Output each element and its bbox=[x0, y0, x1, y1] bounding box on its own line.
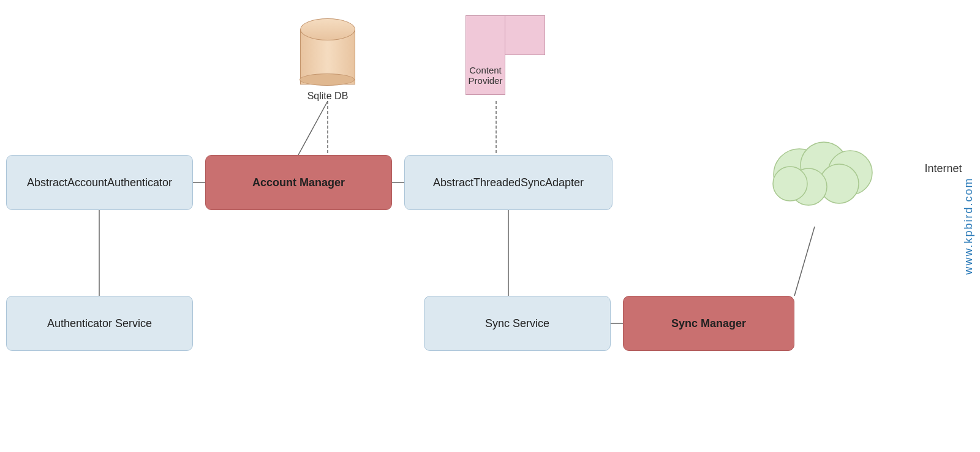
abstract-account-authenticator-label: AbstractAccountAuthenticator bbox=[27, 176, 172, 189]
sqlite-db-shape bbox=[300, 18, 355, 86]
account-manager-label: Account Manager bbox=[252, 176, 345, 189]
cloud-svg bbox=[760, 129, 882, 208]
watermark-text: www.kpbird.com bbox=[962, 177, 974, 274]
sqlite-db: Sqlite DB bbox=[300, 18, 355, 102]
abstract-account-authenticator-box: AbstractAccountAuthenticator bbox=[6, 155, 193, 210]
cylinder-bottom bbox=[300, 73, 355, 86]
svg-point-14 bbox=[773, 167, 807, 201]
internet-label: Internet bbox=[882, 162, 980, 175]
sqlite-db-label: Sqlite DB bbox=[307, 91, 349, 102]
sync-service-box: Sync Service bbox=[424, 296, 611, 351]
svg-line-7 bbox=[298, 101, 328, 155]
abstract-threaded-sync-adapter-label: AbstractThreadedSyncAdapter bbox=[433, 176, 584, 189]
watermark: www.kpbird.com bbox=[962, 177, 975, 274]
content-provider-label: ContentProvider bbox=[466, 55, 505, 95]
diagram-container: Sqlite DB ContentProvider Internet bbox=[0, 0, 980, 452]
content-provider: ContentProvider bbox=[466, 15, 545, 95]
sync-manager-box: Sync Manager bbox=[623, 296, 794, 351]
authenticator-service-box: Authenticator Service bbox=[6, 296, 193, 351]
sync-manager-label: Sync Manager bbox=[671, 317, 746, 330]
cylinder-top bbox=[300, 18, 355, 40]
authenticator-service-label: Authenticator Service bbox=[47, 317, 152, 330]
internet-cloud: Internet bbox=[760, 129, 882, 208]
sync-service-label: Sync Service bbox=[485, 317, 549, 330]
account-manager-box: Account Manager bbox=[205, 155, 392, 210]
svg-line-8 bbox=[794, 227, 815, 296]
abstract-threaded-sync-adapter-box: AbstractThreadedSyncAdapter bbox=[404, 155, 612, 210]
